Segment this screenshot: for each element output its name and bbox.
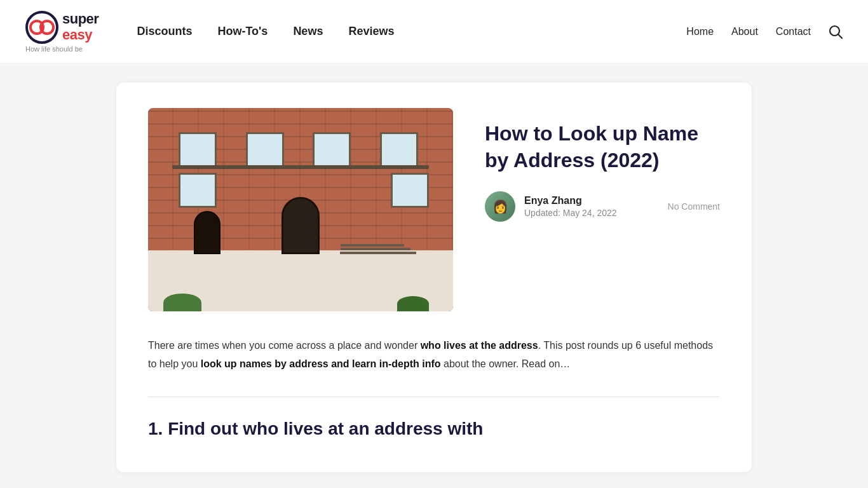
author-name: Enya Zhang — [524, 195, 617, 207]
author-avatar: 👩 — [485, 191, 515, 222]
article-info: How to Look up Name by Address (2022) 👩 … — [485, 108, 720, 222]
article-title: How to Look up Name by Address (2022) — [485, 121, 720, 173]
section-heading-1: 1. Find out who lives at an address with — [148, 417, 720, 440]
logo-graphic[interactable]: super easy — [25, 11, 98, 44]
article-featured-image — [148, 108, 453, 311]
main-nav: Discounts How-To's News Reviews — [137, 25, 394, 38]
svg-line-4 — [839, 34, 843, 38]
site-header: super easy How life should be Discounts … — [0, 0, 868, 64]
secondary-nav-about[interactable]: About — [731, 26, 758, 37]
intro-text-1: There are times when you come across a p… — [148, 340, 421, 351]
nav-item-news[interactable]: News — [293, 25, 323, 38]
article-body: There are times when you come across a p… — [148, 337, 720, 440]
article-hero: How to Look up Name by Address (2022) 👩 … — [148, 108, 720, 311]
author-row: 👩 Enya Zhang Updated: May 24, 2022 No Co… — [485, 191, 720, 222]
intro-text-3: about the owner. Read on… — [441, 358, 571, 369]
logo-icon — [25, 11, 58, 44]
search-icon — [829, 25, 843, 39]
logo-area: super easy How life should be — [25, 11, 98, 53]
header-right: Home About Contact — [686, 25, 843, 39]
logo-tagline: How life should be — [25, 45, 83, 53]
secondary-nav-contact[interactable]: Contact — [776, 26, 811, 37]
search-button[interactable] — [829, 25, 843, 39]
no-comment-label: No Comment — [668, 201, 720, 212]
intro-bold-2: look up names by address and learn in-de… — [201, 358, 441, 369]
author-updated-date: Updated: May 24, 2022 — [524, 208, 617, 218]
logo-text: super easy — [62, 11, 98, 42]
header-left: super easy How life should be Discounts … — [25, 11, 394, 53]
nav-item-reviews[interactable]: Reviews — [348, 25, 394, 38]
author-left: 👩 Enya Zhang Updated: May 24, 2022 — [485, 191, 617, 222]
author-details: Enya Zhang Updated: May 24, 2022 — [524, 195, 617, 218]
article-intro: There are times when you come across a p… — [148, 337, 720, 374]
avatar-emoji: 👩 — [492, 199, 508, 214]
intro-bold-1: who lives at the address — [421, 340, 538, 351]
nav-item-discounts[interactable]: Discounts — [137, 25, 192, 38]
updated-date: May 24, 2022 — [563, 208, 617, 218]
main-content: How to Look up Name by Address (2022) 👩 … — [116, 83, 752, 472]
secondary-nav-home[interactable]: Home — [686, 26, 714, 37]
logo-brand-easy: easy — [62, 27, 98, 43]
nav-item-howtos[interactable]: How-To's — [217, 25, 268, 38]
section-divider — [148, 396, 720, 397]
updated-label: Updated: — [524, 208, 560, 218]
logo-brand-super: super — [62, 11, 98, 27]
